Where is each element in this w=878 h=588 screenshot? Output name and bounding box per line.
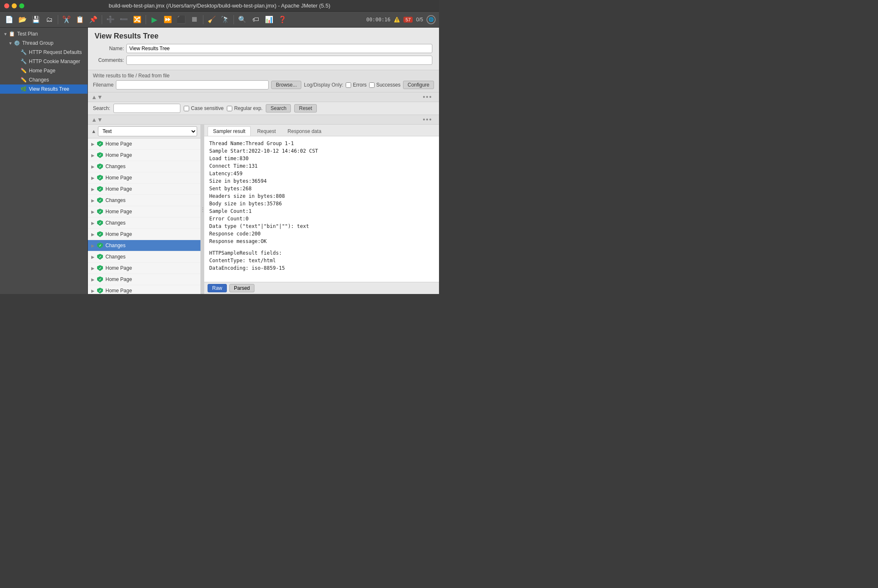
result-item[interactable]: ▶ ✓ Home Page xyxy=(88,285,200,294)
stop-button[interactable]: ⬛ xyxy=(175,14,187,26)
sidebar-item-test-plan[interactable]: ▼ 📋 Test Plan xyxy=(0,29,87,38)
result-arrow-icon: ▶ xyxy=(91,198,96,203)
filename-label: Filename xyxy=(93,82,113,88)
result-arrow-icon: ▶ xyxy=(91,142,96,146)
detail-line: Body size in bytes:35786 xyxy=(209,200,434,207)
result-item[interactable]: ▶ ✓ Home Page xyxy=(88,274,200,285)
maximize-button[interactable] xyxy=(19,3,24,8)
http-defaults-icon: 🔧 xyxy=(20,49,27,56)
more-options-icon: ••• xyxy=(423,93,432,101)
browse-button[interactable]: Browse... xyxy=(271,81,301,89)
drag-handle[interactable]: ⋮ xyxy=(201,125,204,294)
clear-all-button[interactable]: 🔭 xyxy=(219,14,231,26)
search-input[interactable] xyxy=(113,104,180,113)
case-sensitive-checkbox[interactable] xyxy=(184,106,189,111)
shutdown-button[interactable]: ⏹ xyxy=(189,14,200,26)
detail-line: DataEncoding: iso-8859-15 xyxy=(209,264,434,272)
arrow-icon: ▼ xyxy=(8,41,13,46)
errors-checkbox[interactable] xyxy=(346,82,351,88)
svg-text:✓: ✓ xyxy=(99,153,102,157)
start-no-pause-button[interactable]: ⏩ xyxy=(162,14,174,26)
close-button[interactable] xyxy=(4,3,9,8)
successes-checkbox[interactable] xyxy=(369,82,375,88)
svg-text:✓: ✓ xyxy=(99,278,102,281)
sidebar-item-http-cookie-manager[interactable]: 🔧 HTTP Cookie Manager xyxy=(0,57,87,66)
detail-line: Sent bytes:268 xyxy=(209,185,434,192)
save-button[interactable]: 💾 xyxy=(30,14,42,26)
detail-line: HTTPSampleResult fields: xyxy=(209,249,434,257)
svg-text:✓: ✓ xyxy=(99,233,102,236)
sidebar-item-changes[interactable]: ✏️ Changes xyxy=(0,75,87,84)
arrow-icon xyxy=(15,78,20,82)
sidebar-item-label: View Results Tree xyxy=(29,86,69,92)
result-arrow-icon: ▶ xyxy=(91,289,96,293)
result-item[interactable]: ▶ ✓ Changes xyxy=(88,240,200,251)
toggle-button[interactable]: 🔀 xyxy=(131,14,143,26)
remove-button[interactable]: ➖ xyxy=(118,14,130,26)
new-button[interactable]: 📄 xyxy=(3,14,15,26)
name-label: Name: xyxy=(95,46,124,51)
comments-input[interactable] xyxy=(126,56,432,65)
toolbar-separator-3 xyxy=(146,15,146,24)
search-button[interactable]: Search xyxy=(266,104,291,112)
result-item[interactable]: ▶ ✓ Changes xyxy=(88,251,200,263)
detail-line xyxy=(209,245,434,249)
result-item[interactable]: ▶ ✓ Home Page xyxy=(88,206,200,217)
minimize-button[interactable] xyxy=(12,3,17,8)
add-button[interactable]: ➕ xyxy=(105,14,116,26)
sidebar-item-label: Test Plan xyxy=(17,31,38,37)
result-label: Home Page xyxy=(105,152,132,158)
sidebar-item-thread-group[interactable]: ▼ ⚙️ Thread Group xyxy=(0,38,87,48)
result-item[interactable]: ▶ ✓ Changes xyxy=(88,217,200,229)
filename-input[interactable] xyxy=(116,80,269,89)
name-input[interactable] xyxy=(126,44,432,53)
tab-request[interactable]: Request xyxy=(252,126,281,136)
search-toolbar-button[interactable]: 🔍 xyxy=(236,14,248,26)
result-label: Home Page xyxy=(105,209,132,215)
regular-exp-checkbox[interactable] xyxy=(227,106,232,111)
sidebar-item-home-page[interactable]: ✏️ Home Page xyxy=(0,66,87,75)
clear-button[interactable]: 🧹 xyxy=(206,14,218,26)
tab-sampler-result[interactable]: Sampler result xyxy=(208,126,251,136)
reset-button[interactable]: Reset xyxy=(294,104,316,112)
paste-button[interactable]: 📌 xyxy=(87,14,99,26)
thread-group-icon: ⚙️ xyxy=(13,40,20,46)
sidebar-item-http-request-defaults[interactable]: 🔧 HTTP Request Defaults xyxy=(0,48,87,57)
detail-line: ContentType: text/html xyxy=(209,257,434,264)
result-item[interactable]: ▶ ✓ Home Page xyxy=(88,138,200,150)
result-item[interactable]: ▶ ✓ Home Page xyxy=(88,229,200,240)
result-items-container: ▶ ✓ Home Page ▶ ✓ Home Page ▶ xyxy=(88,138,200,294)
http-cookie-icon: 🔧 xyxy=(20,58,27,65)
file-section-title: Write results to file / Read from file xyxy=(93,73,434,79)
result-item[interactable]: ▶ ✓ Home Page xyxy=(88,172,200,184)
parsed-button[interactable]: Parsed xyxy=(229,284,254,292)
result-item[interactable]: ▶ ✓ Home Page xyxy=(88,184,200,195)
start-button[interactable]: ▶ xyxy=(149,14,160,26)
log-display-label: Log/Display Only: xyxy=(304,82,343,88)
result-arrow-icon: ▶ xyxy=(91,232,96,237)
display-type-select[interactable]: Text HTML JSON XML xyxy=(98,126,197,136)
result-item[interactable]: ▶ ✓ Changes xyxy=(88,195,200,206)
result-label: Changes xyxy=(105,243,126,248)
shield-icon: ✓ xyxy=(96,185,104,193)
help-button[interactable]: ❓ xyxy=(277,14,288,26)
raw-button[interactable]: Raw xyxy=(208,284,227,292)
configure-button[interactable]: Configure xyxy=(403,81,434,89)
result-arrow-icon: ▶ xyxy=(91,277,96,282)
tab-response-data[interactable]: Response data xyxy=(282,126,327,136)
sidebar-item-view-results-tree[interactable]: 🌿 View Results Tree xyxy=(0,84,87,94)
open-button[interactable]: 📂 xyxy=(17,14,28,26)
sidebar-item-label: Home Page xyxy=(29,68,55,74)
func-helper-button[interactable]: 🏷 xyxy=(250,14,262,26)
cut-button[interactable]: ✂️ xyxy=(61,14,72,26)
template-button[interactable]: 📊 xyxy=(263,14,275,26)
result-item[interactable]: ▶ ✓ Home Page xyxy=(88,263,200,274)
save-as-button[interactable]: 🗂 xyxy=(44,14,55,26)
errors-checkbox-label: Errors xyxy=(346,82,367,88)
result-item[interactable]: ▶ ✓ Home Page xyxy=(88,150,200,161)
up-down-arrows-icon: ▲▼ xyxy=(91,94,103,100)
test-plan-icon: 📋 xyxy=(8,31,15,37)
copy-button[interactable]: 📋 xyxy=(74,14,86,26)
result-item[interactable]: ▶ ✓ Changes xyxy=(88,161,200,172)
result-label: Home Page xyxy=(105,231,132,237)
